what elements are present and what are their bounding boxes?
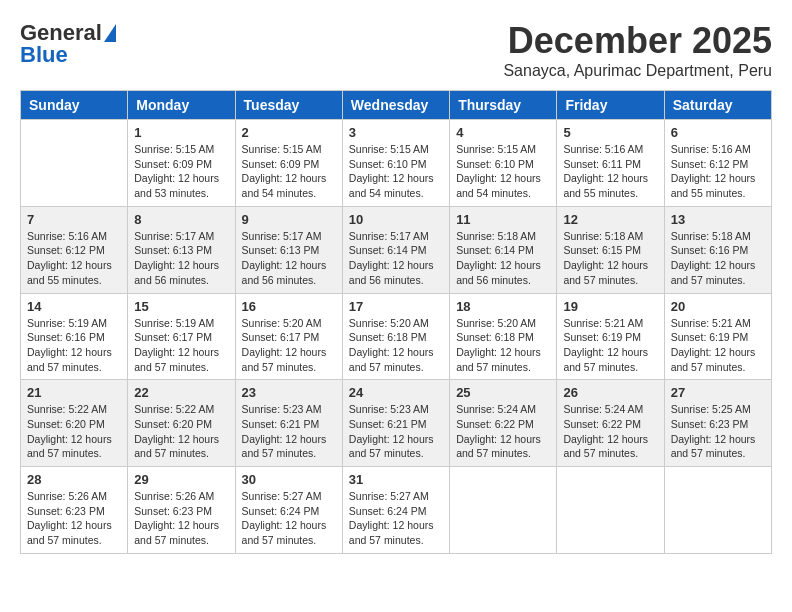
calendar-cell: 6Sunrise: 5:16 AM Sunset: 6:12 PM Daylig… — [664, 120, 771, 207]
day-content: Sunrise: 5:22 AM Sunset: 6:20 PM Dayligh… — [134, 402, 228, 461]
day-number: 17 — [349, 299, 443, 314]
day-header-saturday: Saturday — [664, 91, 771, 120]
week-row-1: 7Sunrise: 5:16 AM Sunset: 6:12 PM Daylig… — [21, 206, 772, 293]
calendar-cell: 12Sunrise: 5:18 AM Sunset: 6:15 PM Dayli… — [557, 206, 664, 293]
day-content: Sunrise: 5:15 AM Sunset: 6:10 PM Dayligh… — [456, 142, 550, 201]
logo: General Blue — [20, 20, 116, 68]
day-number: 3 — [349, 125, 443, 140]
day-number: 22 — [134, 385, 228, 400]
day-header-wednesday: Wednesday — [342, 91, 449, 120]
day-number: 18 — [456, 299, 550, 314]
calendar-table: SundayMondayTuesdayWednesdayThursdayFrid… — [20, 90, 772, 554]
calendar-cell: 22Sunrise: 5:22 AM Sunset: 6:20 PM Dayli… — [128, 380, 235, 467]
day-content: Sunrise: 5:23 AM Sunset: 6:21 PM Dayligh… — [349, 402, 443, 461]
calendar-cell: 3Sunrise: 5:15 AM Sunset: 6:10 PM Daylig… — [342, 120, 449, 207]
week-row-4: 28Sunrise: 5:26 AM Sunset: 6:23 PM Dayli… — [21, 467, 772, 554]
calendar-cell — [664, 467, 771, 554]
day-content: Sunrise: 5:21 AM Sunset: 6:19 PM Dayligh… — [563, 316, 657, 375]
calendar-cell: 8Sunrise: 5:17 AM Sunset: 6:13 PM Daylig… — [128, 206, 235, 293]
day-number: 8 — [134, 212, 228, 227]
day-content: Sunrise: 5:17 AM Sunset: 6:13 PM Dayligh… — [242, 229, 336, 288]
day-content: Sunrise: 5:17 AM Sunset: 6:14 PM Dayligh… — [349, 229, 443, 288]
day-content: Sunrise: 5:27 AM Sunset: 6:24 PM Dayligh… — [242, 489, 336, 548]
calendar-cell: 21Sunrise: 5:22 AM Sunset: 6:20 PM Dayli… — [21, 380, 128, 467]
calendar-cell: 31Sunrise: 5:27 AM Sunset: 6:24 PM Dayli… — [342, 467, 449, 554]
calendar-cell: 9Sunrise: 5:17 AM Sunset: 6:13 PM Daylig… — [235, 206, 342, 293]
calendar-cell: 15Sunrise: 5:19 AM Sunset: 6:17 PM Dayli… — [128, 293, 235, 380]
day-content: Sunrise: 5:23 AM Sunset: 6:21 PM Dayligh… — [242, 402, 336, 461]
day-header-monday: Monday — [128, 91, 235, 120]
day-number: 28 — [27, 472, 121, 487]
calendar-subtitle: Sanayca, Apurimac Department, Peru — [503, 62, 772, 80]
day-number: 12 — [563, 212, 657, 227]
day-content: Sunrise: 5:21 AM Sunset: 6:19 PM Dayligh… — [671, 316, 765, 375]
day-number: 11 — [456, 212, 550, 227]
calendar-cell: 30Sunrise: 5:27 AM Sunset: 6:24 PM Dayli… — [235, 467, 342, 554]
calendar-cell: 16Sunrise: 5:20 AM Sunset: 6:17 PM Dayli… — [235, 293, 342, 380]
day-content: Sunrise: 5:26 AM Sunset: 6:23 PM Dayligh… — [27, 489, 121, 548]
day-number: 23 — [242, 385, 336, 400]
day-number: 21 — [27, 385, 121, 400]
day-content: Sunrise: 5:17 AM Sunset: 6:13 PM Dayligh… — [134, 229, 228, 288]
calendar-cell — [21, 120, 128, 207]
calendar-cell: 13Sunrise: 5:18 AM Sunset: 6:16 PM Dayli… — [664, 206, 771, 293]
day-number: 4 — [456, 125, 550, 140]
calendar-header-row: SundayMondayTuesdayWednesdayThursdayFrid… — [21, 91, 772, 120]
day-number: 9 — [242, 212, 336, 227]
calendar-cell: 17Sunrise: 5:20 AM Sunset: 6:18 PM Dayli… — [342, 293, 449, 380]
calendar-cell: 18Sunrise: 5:20 AM Sunset: 6:18 PM Dayli… — [450, 293, 557, 380]
day-content: Sunrise: 5:18 AM Sunset: 6:14 PM Dayligh… — [456, 229, 550, 288]
week-row-0: 1Sunrise: 5:15 AM Sunset: 6:09 PM Daylig… — [21, 120, 772, 207]
calendar-cell — [557, 467, 664, 554]
day-content: Sunrise: 5:19 AM Sunset: 6:16 PM Dayligh… — [27, 316, 121, 375]
day-number: 20 — [671, 299, 765, 314]
day-number: 14 — [27, 299, 121, 314]
calendar-cell: 14Sunrise: 5:19 AM Sunset: 6:16 PM Dayli… — [21, 293, 128, 380]
day-content: Sunrise: 5:20 AM Sunset: 6:18 PM Dayligh… — [349, 316, 443, 375]
day-number: 7 — [27, 212, 121, 227]
calendar-cell: 29Sunrise: 5:26 AM Sunset: 6:23 PM Dayli… — [128, 467, 235, 554]
day-number: 15 — [134, 299, 228, 314]
day-number: 27 — [671, 385, 765, 400]
calendar-cell: 27Sunrise: 5:25 AM Sunset: 6:23 PM Dayli… — [664, 380, 771, 467]
day-number: 31 — [349, 472, 443, 487]
week-row-2: 14Sunrise: 5:19 AM Sunset: 6:16 PM Dayli… — [21, 293, 772, 380]
calendar-cell: 26Sunrise: 5:24 AM Sunset: 6:22 PM Dayli… — [557, 380, 664, 467]
day-content: Sunrise: 5:24 AM Sunset: 6:22 PM Dayligh… — [563, 402, 657, 461]
day-number: 1 — [134, 125, 228, 140]
calendar-cell: 11Sunrise: 5:18 AM Sunset: 6:14 PM Dayli… — [450, 206, 557, 293]
day-number: 13 — [671, 212, 765, 227]
page-header: General Blue December 2025 Sanayca, Apur… — [20, 20, 772, 80]
day-content: Sunrise: 5:25 AM Sunset: 6:23 PM Dayligh… — [671, 402, 765, 461]
calendar-cell: 10Sunrise: 5:17 AM Sunset: 6:14 PM Dayli… — [342, 206, 449, 293]
day-header-sunday: Sunday — [21, 91, 128, 120]
calendar-cell: 1Sunrise: 5:15 AM Sunset: 6:09 PM Daylig… — [128, 120, 235, 207]
calendar-cell: 5Sunrise: 5:16 AM Sunset: 6:11 PM Daylig… — [557, 120, 664, 207]
calendar-cell: 25Sunrise: 5:24 AM Sunset: 6:22 PM Dayli… — [450, 380, 557, 467]
day-header-thursday: Thursday — [450, 91, 557, 120]
calendar-cell: 20Sunrise: 5:21 AM Sunset: 6:19 PM Dayli… — [664, 293, 771, 380]
calendar-cell: 2Sunrise: 5:15 AM Sunset: 6:09 PM Daylig… — [235, 120, 342, 207]
day-number: 26 — [563, 385, 657, 400]
day-content: Sunrise: 5:27 AM Sunset: 6:24 PM Dayligh… — [349, 489, 443, 548]
day-content: Sunrise: 5:19 AM Sunset: 6:17 PM Dayligh… — [134, 316, 228, 375]
logo-triangle-icon — [104, 24, 116, 42]
day-number: 10 — [349, 212, 443, 227]
day-content: Sunrise: 5:24 AM Sunset: 6:22 PM Dayligh… — [456, 402, 550, 461]
day-content: Sunrise: 5:18 AM Sunset: 6:15 PM Dayligh… — [563, 229, 657, 288]
day-content: Sunrise: 5:16 AM Sunset: 6:11 PM Dayligh… — [563, 142, 657, 201]
calendar-cell — [450, 467, 557, 554]
day-content: Sunrise: 5:15 AM Sunset: 6:10 PM Dayligh… — [349, 142, 443, 201]
calendar-cell: 4Sunrise: 5:15 AM Sunset: 6:10 PM Daylig… — [450, 120, 557, 207]
calendar-cell: 23Sunrise: 5:23 AM Sunset: 6:21 PM Dayli… — [235, 380, 342, 467]
calendar-cell: 28Sunrise: 5:26 AM Sunset: 6:23 PM Dayli… — [21, 467, 128, 554]
day-number: 19 — [563, 299, 657, 314]
day-content: Sunrise: 5:15 AM Sunset: 6:09 PM Dayligh… — [242, 142, 336, 201]
day-content: Sunrise: 5:26 AM Sunset: 6:23 PM Dayligh… — [134, 489, 228, 548]
calendar-cell: 24Sunrise: 5:23 AM Sunset: 6:21 PM Dayli… — [342, 380, 449, 467]
day-number: 2 — [242, 125, 336, 140]
day-content: Sunrise: 5:16 AM Sunset: 6:12 PM Dayligh… — [671, 142, 765, 201]
day-content: Sunrise: 5:20 AM Sunset: 6:18 PM Dayligh… — [456, 316, 550, 375]
day-content: Sunrise: 5:16 AM Sunset: 6:12 PM Dayligh… — [27, 229, 121, 288]
week-row-3: 21Sunrise: 5:22 AM Sunset: 6:20 PM Dayli… — [21, 380, 772, 467]
